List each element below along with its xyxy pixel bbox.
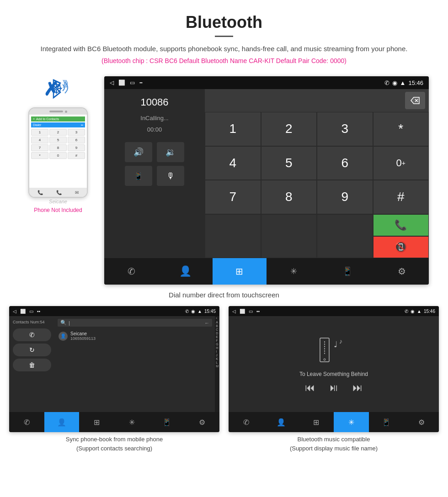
phone-key-5[interactable]: 5 xyxy=(49,137,67,143)
search-icon: 🔍 xyxy=(60,320,67,326)
back-icon[interactable]: ◁ xyxy=(110,79,114,86)
main-caption: Dial number direct from touchscreen xyxy=(0,287,448,306)
pb-nav-transfer[interactable]: 📱 xyxy=(149,412,185,432)
backspace-btn[interactable] xyxy=(405,92,425,109)
call-number: 10086 xyxy=(112,96,197,108)
dial-key-3[interactable]: 3 xyxy=(317,112,373,146)
phone-call-btn[interactable]: 📞 xyxy=(56,190,62,195)
dial-key-4[interactable]: 4 xyxy=(205,146,261,180)
pb-time: 15:45 xyxy=(204,309,216,314)
dial-key-7[interactable]: 7 xyxy=(205,180,261,214)
next-track-btn[interactable]: ⏭ xyxy=(352,382,363,394)
mute-btn[interactable]: 🎙 xyxy=(157,166,184,186)
phone-key-7[interactable]: 7 xyxy=(31,144,48,151)
volume-up-btn[interactable]: 🔊 xyxy=(125,142,152,162)
dial-key-6[interactable]: 6 xyxy=(317,146,373,180)
music-art-area: ♩ ♪ xyxy=(311,334,357,366)
music-nav-contacts[interactable]: 👤 xyxy=(264,412,299,432)
music-nav-dialpad[interactable]: ⊞ xyxy=(299,412,334,432)
phone-key-1[interactable]: 1 xyxy=(31,129,48,136)
alpha-K[interactable]: K xyxy=(216,357,219,360)
music-caption-line2: (Support display music file name) xyxy=(290,445,378,452)
alpha-star[interactable]: * xyxy=(216,317,219,320)
dial-key-2[interactable]: 2 xyxy=(261,112,317,146)
nav-settings-icon[interactable]: ⚙ xyxy=(375,258,429,285)
pb-back-icon: ◁ xyxy=(13,309,16,314)
alpha-B[interactable]: B xyxy=(216,324,219,328)
pb-nav-dialpad[interactable]: ⊞ xyxy=(79,412,114,432)
prev-track-btn[interactable]: ⏮ xyxy=(305,382,315,394)
dial-key-0plus[interactable]: 0+ xyxy=(373,146,429,180)
phone-screen: + Add to Contacts Dialer ▪▪ 1 2 3 4 5 6 … xyxy=(29,115,87,188)
phone-key-star[interactable]: * xyxy=(31,152,48,159)
contact-avatar: 👤 xyxy=(59,332,68,341)
end-call-btn[interactable]: 📵 xyxy=(373,236,429,258)
music-caption: Bluetooth music compatible (Support disp… xyxy=(229,432,439,454)
alpha-F[interactable]: F xyxy=(216,339,219,342)
phone-key-hash[interactable]: # xyxy=(68,152,85,159)
phone-key-2[interactable]: 2 xyxy=(49,129,67,136)
dial-key-9[interactable]: 9 xyxy=(317,180,373,214)
phonebook-screen: ◁ ⬜ ▭ ▪▪ ✆ ◉ ▲ 15:45 Contacts Num:54 ✆ ↻ xyxy=(9,306,219,432)
dial-key-star[interactable]: * xyxy=(373,112,429,146)
nav-phone-icon[interactable]: ✆ xyxy=(104,258,158,285)
nav-transfer-icon[interactable]: 📱 xyxy=(320,258,374,285)
contact-item[interactable]: 👤 Seicane 10655059113 xyxy=(58,329,212,343)
music-status-left: ◁ ⬜ ▭ ▪▪ xyxy=(232,309,260,314)
alpha-M[interactable]: M xyxy=(216,365,219,368)
play-pause-btn[interactable]: ⏯ xyxy=(329,382,339,394)
music-nav-settings[interactable]: ⚙ xyxy=(404,412,439,432)
pb-nav-contacts[interactable]: 👤 xyxy=(44,412,80,432)
music-wifi-icon: ▲ xyxy=(417,309,421,314)
contacts-sidebar: Contacts Num:54 ✆ ↻ 🗑 xyxy=(9,316,55,412)
nav-contacts-icon[interactable]: 👤 xyxy=(158,258,212,285)
page-description: Integrated with BC6 Bluetooth module, su… xyxy=(9,43,439,54)
dial-key-8[interactable]: 8 xyxy=(261,180,317,214)
alpha-H[interactable]: H xyxy=(216,346,219,349)
music-nav-bt[interactable]: ✳ xyxy=(334,412,369,432)
pb-wifi-icon: ▲ xyxy=(197,309,202,314)
phone-key-9[interactable]: 9 xyxy=(68,144,85,151)
svg-point-3 xyxy=(324,359,325,360)
phonebook-navbar: ✆ 👤 ⊞ ✳ 📱 ⚙ xyxy=(9,412,219,432)
contacts-search-bar[interactable]: 🔍 | ← xyxy=(58,319,212,327)
phone-key-6[interactable]: 6 xyxy=(68,137,85,143)
answer-call-btn[interactable]: 📞 xyxy=(373,214,429,236)
dial-key-hash[interactable]: # xyxy=(373,180,429,214)
phone-back-btn[interactable]: 📞 xyxy=(37,190,43,195)
alpha-D[interactable]: D xyxy=(216,332,219,335)
call-btn[interactable]: ✆ xyxy=(13,328,51,341)
home-icon[interactable]: ⬜ xyxy=(118,79,125,86)
nav-dialpad-icon[interactable]: ⊞ xyxy=(213,258,267,285)
call-ctrl-row-2: 📱 🎙 xyxy=(112,166,197,186)
sync-btn[interactable]: ↻ xyxy=(13,344,51,356)
alpha-G[interactable]: G xyxy=(216,343,219,346)
music-nav-transfer[interactable]: 📱 xyxy=(369,412,404,432)
contacts-main: 🔍 | ← 👤 Seicane 10655059113 xyxy=(55,316,215,412)
phone-key-4[interactable]: 4 xyxy=(31,137,48,143)
phone-msg-btn[interactable]: ✉ xyxy=(75,190,79,195)
alpha-L[interactable]: L xyxy=(216,361,219,364)
phone-key-8[interactable]: 8 xyxy=(49,144,67,151)
phone-key-3[interactable]: 3 xyxy=(68,129,85,136)
pb-nav-settings[interactable]: ⚙ xyxy=(184,412,219,432)
alpha-E[interactable]: E xyxy=(216,335,219,338)
pb-nav-phone[interactable]: ✆ xyxy=(9,412,44,432)
alpha-I[interactable]: I xyxy=(216,350,219,353)
dial-input[interactable] xyxy=(208,99,405,102)
recent-icon[interactable]: ▭ xyxy=(130,79,135,86)
phonebook-caption-line1: Sync phone-book from mobile phone xyxy=(66,436,163,443)
dial-key-5[interactable]: 5 xyxy=(261,146,317,180)
volume-down-btn[interactable]: 🔉 xyxy=(157,142,184,162)
status-right: ✆ ◉ ▲ 15:46 xyxy=(384,79,423,86)
alpha-C[interactable]: C xyxy=(216,328,219,331)
pb-nav-bt[interactable]: ✳ xyxy=(114,412,149,432)
alpha-A[interactable]: A xyxy=(216,321,219,324)
transfer-call-btn[interactable]: 📱 xyxy=(125,166,152,186)
nav-bluetooth-icon[interactable]: ✳ xyxy=(267,258,320,285)
alpha-J[interactable]: J xyxy=(216,354,219,357)
delete-btn[interactable]: 🗑 xyxy=(13,359,51,371)
phone-key-0[interactable]: 0 xyxy=(49,152,67,159)
dial-key-1[interactable]: 1 xyxy=(205,112,261,146)
music-nav-phone[interactable]: ✆ xyxy=(229,412,264,432)
